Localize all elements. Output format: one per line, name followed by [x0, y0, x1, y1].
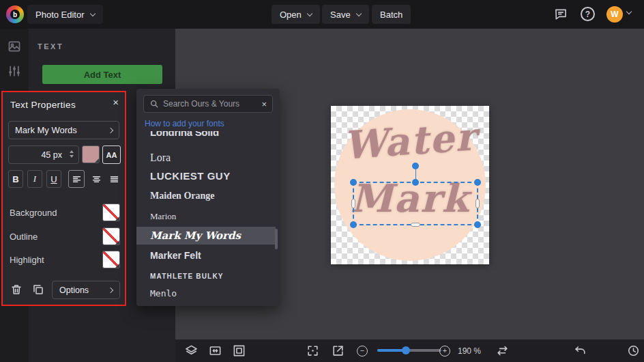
stretch-handle-right[interactable]: [475, 199, 480, 208]
adjust-tool-button[interactable]: [8, 64, 23, 79]
align-left-button[interactable]: [68, 170, 85, 188]
zoom-slider-handle[interactable]: [402, 346, 410, 354]
chevron-right-icon: [108, 287, 113, 292]
fit-screen-icon: [306, 344, 319, 357]
frame-icon: [233, 344, 246, 357]
delete-text-button[interactable]: [8, 281, 25, 298]
bold-button[interactable]: B: [8, 170, 23, 188]
chevron-right-icon: [108, 127, 113, 133]
text-properties-title: Text Properties: [10, 100, 76, 110]
italic-button[interactable]: I: [27, 170, 42, 188]
chevron-down-icon: [89, 10, 95, 16]
app-menu-button[interactable]: Photo Editor: [27, 5, 103, 24]
font-search-input[interactable]: [163, 99, 257, 109]
font-search-box: ×: [143, 95, 273, 113]
avatar[interactable]: W: [606, 6, 623, 23]
handle-top-center[interactable]: [412, 179, 419, 186]
resize-handle-bottom-left[interactable]: [350, 221, 357, 228]
options-button[interactable]: Options: [52, 281, 120, 299]
clear-search-icon[interactable]: ×: [261, 99, 267, 109]
resize-handle-top-left[interactable]: [350, 179, 357, 186]
font-option-maiden-orange[interactable]: Maiden Orange: [150, 191, 215, 201]
underline-button[interactable]: U: [46, 170, 61, 188]
font-option-londrina-solid[interactable]: Londrina Solid: [150, 131, 219, 138]
stepper-down-icon[interactable]: [70, 155, 74, 158]
layers-button[interactable]: [185, 344, 199, 358]
letter-case-button[interactable]: AA: [102, 145, 121, 164]
save-label: Save: [330, 10, 351, 20]
logo-letter: b: [10, 10, 20, 19]
resize-handle-bottom-right[interactable]: [474, 221, 481, 228]
befunky-logo-icon[interactable]: b: [6, 5, 24, 23]
open-button[interactable]: Open: [272, 5, 320, 24]
font-list: Londrina Solid Lora LUCKIEST GUY Maiden …: [136, 131, 280, 306]
open-in-new-icon: [332, 344, 345, 357]
selected-font-label: Mark My Words: [150, 229, 241, 242]
photo-editor-app: b Photo Editor Open Save Batch ? W: [0, 0, 644, 362]
font-option-luckiest-guy[interactable]: LUCKIEST GUY: [150, 170, 231, 182]
outline-color-swatch[interactable]: [102, 227, 120, 245]
font-option-marion[interactable]: Marion: [150, 211, 176, 222]
help-question-icon: ?: [585, 10, 590, 19]
image-tool-button[interactable]: [8, 40, 23, 55]
app-menu-label: Photo Editor: [35, 10, 85, 20]
font-size-stepper[interactable]: [70, 150, 74, 158]
chevron-down-icon: [307, 10, 312, 16]
compare-button[interactable]: [496, 344, 510, 358]
font-size-field: [8, 145, 79, 164]
feedback-chat-icon[interactable]: [553, 8, 568, 21]
font-size-input[interactable]: [9, 146, 78, 163]
add-text-button[interactable]: Add Text: [42, 65, 162, 84]
align-left-icon: [72, 174, 82, 184]
top-bar: b Photo Editor Open Save Batch ? W: [0, 0, 644, 29]
sliders-icon: [8, 64, 21, 78]
zoom-in-button[interactable]: +: [439, 346, 450, 357]
open-label: Open: [280, 10, 302, 20]
image-icon: [8, 40, 21, 53]
zoom-level-label: 190 %: [458, 346, 481, 356]
help-button[interactable]: ?: [581, 7, 595, 21]
duplicate-text-button[interactable]: [30, 281, 46, 298]
highlight-label: Highlight: [10, 255, 44, 265]
align-center-button[interactable]: [88, 170, 104, 188]
font-option-mark-my-words-selected[interactable]: Mark My Words: [136, 227, 276, 245]
add-fonts-link[interactable]: How to add your fonts: [145, 119, 224, 128]
font-picker-panel: × How to add your fonts Londrina Solid L…: [136, 89, 280, 306]
fullscreen-preview-button[interactable]: [332, 344, 345, 358]
minus-icon: −: [360, 346, 364, 354]
frame-button[interactable]: [233, 344, 246, 358]
avatar-initial: W: [611, 10, 618, 19]
stretch-handle-bottom[interactable]: [411, 223, 420, 227]
align-justify-icon: [109, 174, 119, 184]
font-family-dropdown[interactable]: Mark My Words: [8, 121, 119, 139]
font-option-mathlete-bulky[interactable]: MATHLETE BULKY: [150, 273, 224, 280]
undo-button[interactable]: [574, 344, 587, 358]
chevron-down-icon: [355, 10, 361, 16]
outline-label: Outline: [10, 232, 38, 242]
highlight-color-swatch[interactable]: [102, 251, 120, 268]
save-button[interactable]: Save: [322, 5, 369, 24]
account-chevron-down-icon[interactable]: [626, 9, 632, 14]
fit-screen-button[interactable]: [306, 344, 320, 358]
trash-icon: [10, 283, 23, 296]
font-option-marker-felt[interactable]: Marker Felt: [150, 250, 201, 261]
text-selection-box[interactable]: [353, 182, 478, 225]
font-option-menlo[interactable]: Menlo: [150, 288, 177, 298]
history-button[interactable]: [627, 344, 641, 358]
undo-icon: [574, 344, 587, 357]
background-color-swatch[interactable]: [102, 204, 120, 221]
font-list-scrollbar[interactable]: [275, 229, 278, 249]
zoom-out-button[interactable]: −: [357, 346, 368, 357]
rotate-handle[interactable]: [412, 163, 419, 169]
resize-canvas-button[interactable]: [209, 344, 222, 358]
swap-arrows-icon: [496, 344, 509, 357]
resize-handle-top-right[interactable]: [474, 179, 481, 186]
font-option-lora[interactable]: Lora: [150, 152, 171, 164]
batch-button[interactable]: Batch: [372, 5, 411, 24]
text-color-swatch[interactable]: [82, 145, 100, 163]
align-justify-button[interactable]: [106, 170, 122, 188]
close-icon[interactable]: ×: [113, 96, 119, 108]
stepper-up-icon[interactable]: [70, 150, 74, 153]
stretch-handle-left[interactable]: [351, 199, 355, 208]
search-icon: [149, 99, 159, 109]
